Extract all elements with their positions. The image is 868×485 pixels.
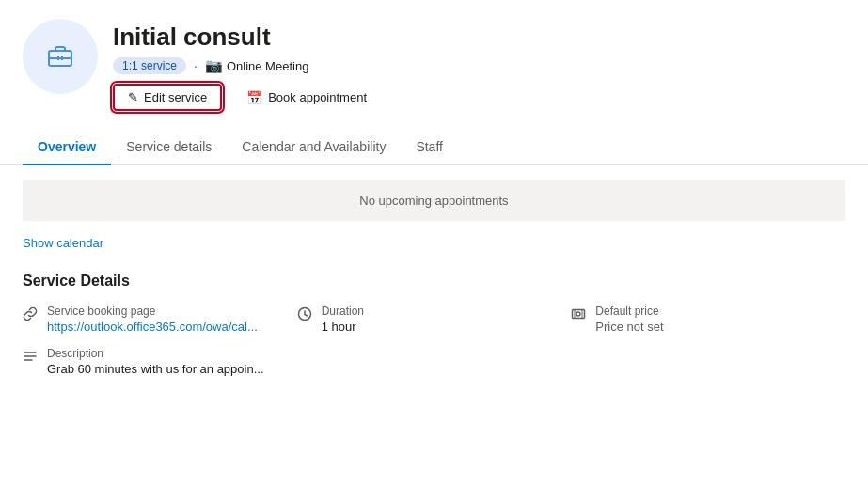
svg-rect-5 [573,310,585,319]
clock-icon [297,306,312,321]
no-appointments-banner: No upcoming appointments [23,180,845,221]
service-details-section: Service Details Service booking page [23,273,845,376]
link-icon [23,306,38,321]
duration-value: 1 hour [322,320,364,334]
duration-label: Duration [322,305,364,318]
duration-content: Duration 1 hour [322,305,364,334]
price-icon [571,306,586,321]
header-info: Initial consult 1:1 service · 📷 Online M… [113,19,380,111]
dot-separator: · [194,58,197,73]
page-wrapper: Initial consult 1:1 service · 📷 Online M… [0,0,868,485]
price-value: Price not set [595,320,663,334]
calendar-icon: 📅 [246,90,262,105]
detail-row-1: Service booking page https://outlook.off… [23,305,845,334]
price-label: Default price [595,305,663,318]
description-value: Grab 60 minutes with us for an appoin... [47,362,264,376]
show-calendar-link[interactable]: Show calendar [23,236,103,250]
content-area: No upcoming appointments Show calendar S… [0,165,868,391]
online-meeting-badge: 📷 Online Meeting [205,57,308,74]
details-grid: Service booking page https://outlook.off… [23,305,845,376]
service-badge: 1:1 service [113,57,186,74]
lines-icon [23,349,38,364]
edit-service-label: Edit service [144,90,207,104]
no-appointments-text: No upcoming appointments [359,194,508,208]
edit-service-button[interactable]: ✎ Edit service [113,84,222,111]
detail-item-duration: Duration 1 hour [297,305,572,334]
page-title: Initial consult [113,23,380,52]
booking-page-value[interactable]: https://outlook.office365.com/owa/cal... [47,320,258,334]
tab-overview[interactable]: Overview [23,130,111,165]
detail-item-description: Description Grab 60 minutes with us for … [23,347,845,376]
detail-row-2: Description Grab 60 minutes with us for … [23,347,845,376]
booking-page-content: Service booking page https://outlook.off… [47,305,258,334]
pencil-icon: ✎ [128,90,138,104]
description-content: Description Grab 60 minutes with us for … [47,347,264,376]
service-details-title: Service Details [23,273,845,289]
tab-service-details[interactable]: Service details [111,130,227,165]
actions-row: ✎ Edit service 📅 Book appointment [113,84,380,111]
tab-calendar-availability[interactable]: Calendar and Availability [227,130,401,165]
price-content: Default price Price not set [595,305,663,334]
briefcase-icon [43,39,77,75]
badges-row: 1:1 service · 📷 Online Meeting [113,57,380,74]
description-label: Description [47,347,264,360]
header-section: Initial consult 1:1 service · 📷 Online M… [0,0,868,111]
svg-point-6 [576,312,580,316]
book-appointment-label: Book appointment [268,90,367,104]
tab-staff[interactable]: Staff [401,130,458,165]
detail-item-price: Default price Price not set [571,305,845,334]
nav-tabs: Overview Service details Calendar and Av… [0,130,868,165]
detail-item-booking-page: Service booking page https://outlook.off… [23,305,297,334]
avatar [23,19,98,94]
online-meeting-label: Online Meeting [227,59,308,73]
video-icon: 📷 [205,57,223,74]
book-appointment-button[interactable]: 📅 Book appointment [233,86,380,110]
booking-page-label: Service booking page [47,305,258,318]
